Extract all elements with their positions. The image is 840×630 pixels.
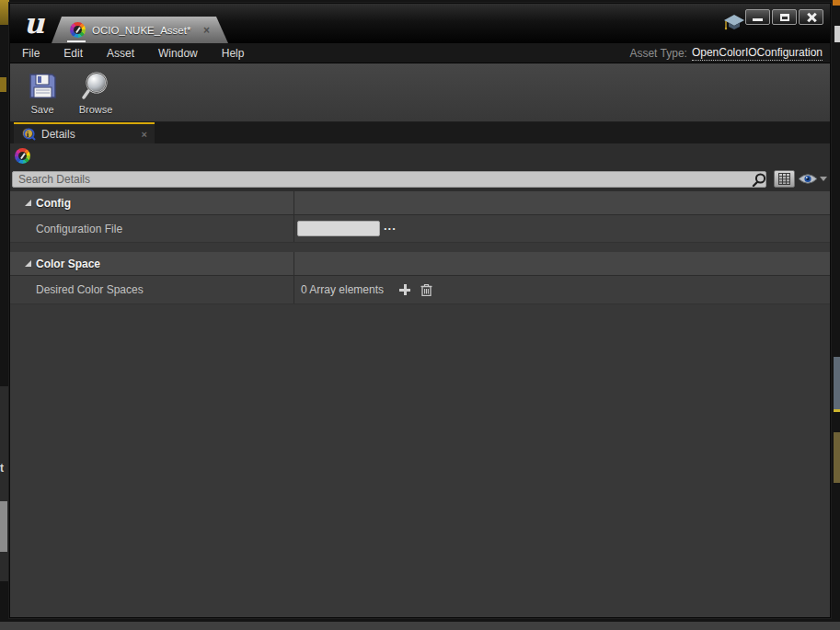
property-name: Configuration File: [10, 223, 122, 235]
details-tab-well: i Details ×: [10, 122, 830, 143]
configuration-file-field[interactable]: [297, 221, 380, 236]
save-label: Save: [30, 104, 53, 115]
close-icon[interactable]: ×: [142, 129, 147, 140]
browse-label: Browse: [79, 104, 113, 115]
tab-active-underline: [67, 40, 86, 42]
details-info-magnifier-icon: i: [21, 127, 36, 141]
background-window-fragment: [834, 409, 840, 412]
column-divider[interactable]: [293, 252, 294, 275]
browse-button[interactable]: Browse: [76, 71, 115, 115]
property-row-desired-color-spaces: Desired Color Spaces 0 Array elements: [10, 276, 830, 304]
window-controls: [745, 9, 823, 25]
property-name: Desired Color Spaces: [10, 283, 144, 296]
details-property-panel: Config Configuration File ... Color Spac…: [10, 191, 830, 615]
plus-icon[interactable]: [399, 284, 410, 295]
asset-editor-window: u OCIO_NUKE_Asset* × File Edit A: [9, 3, 831, 618]
ocio-color-wheel-icon: [70, 22, 86, 38]
menu-item-help[interactable]: Help: [210, 43, 257, 63]
asset-type-link[interactable]: OpenColorIOConfiguration: [692, 46, 823, 61]
column-divider[interactable]: [293, 191, 294, 214]
trash-icon[interactable]: [420, 283, 432, 296]
column-divider[interactable]: [293, 215, 294, 242]
minimize-button[interactable]: [745, 9, 770, 25]
background-window-fragment: [834, 26, 840, 42]
asset-type-label: Asset Type:: [629, 47, 686, 60]
file-browse-ellipsis-button[interactable]: ...: [384, 219, 397, 233]
asset-document-tab[interactable]: OCIO_NUKE_Asset* ×: [52, 17, 228, 43]
menu-item-asset[interactable]: Asset: [95, 43, 146, 63]
background-window-fragment: [834, 357, 840, 409]
minimize-icon: [753, 18, 763, 21]
expand-triangle-icon: [25, 260, 31, 267]
close-icon[interactable]: ×: [203, 25, 210, 36]
maximize-icon: [780, 14, 789, 21]
menu-bar: File Edit Asset Window Help Asset Type: …: [10, 43, 830, 63]
maximize-button[interactable]: [772, 9, 797, 25]
menu-item-edit[interactable]: Edit: [52, 43, 95, 63]
property-row-configuration-file: Configuration File ...: [10, 215, 830, 243]
browse-magnifier-icon: [80, 71, 111, 101]
background-window-fragment: [834, 432, 840, 483]
section-title: Config: [36, 197, 71, 210]
background-partial-text: t: [0, 462, 9, 475]
search-icon: [752, 173, 766, 187]
eye-visibility-button[interactable]: [798, 172, 818, 186]
section-header-color-space[interactable]: Color Space: [10, 252, 830, 276]
background-window-fragment: [0, 0, 9, 25]
details-search-row: [10, 167, 830, 191]
section-title: Color Space: [36, 258, 100, 270]
asset-icon-row: [10, 143, 830, 167]
background-window-fragment: [0, 77, 6, 92]
chevron-down-icon[interactable]: [820, 177, 827, 181]
section-header-config[interactable]: Config: [10, 191, 830, 215]
details-tab-label: Details: [41, 128, 75, 141]
asset-tab-label: OCIO_NUKE_Asset*: [92, 25, 190, 36]
tab-details[interactable]: i Details ×: [14, 122, 155, 143]
titlebar[interactable]: u OCIO_NUKE_Asset* ×: [10, 4, 830, 43]
tutorial-graduation-cap-icon[interactable]: [723, 14, 745, 32]
unreal-engine-logo-icon: u: [17, 6, 51, 40]
search-input[interactable]: [12, 171, 766, 188]
section-gap: [10, 243, 830, 252]
asset-type-indicator: Asset Type: OpenColorIOConfiguration: [629, 43, 823, 63]
save-button[interactable]: Save: [23, 71, 62, 115]
grid-view-button[interactable]: [774, 170, 795, 188]
menu-item-file[interactable]: File: [10, 43, 52, 63]
save-floppy-icon: [28, 71, 58, 101]
background-window-fragment: [0, 386, 9, 581]
ocio-color-wheel-icon: [15, 148, 30, 164]
column-divider[interactable]: [293, 276, 294, 304]
background-window-fragment: [0, 622, 840, 630]
background-window-fragment: [0, 501, 7, 552]
close-button[interactable]: [799, 9, 823, 25]
expand-triangle-icon: [25, 200, 31, 206]
menu-item-window[interactable]: Window: [146, 43, 210, 63]
array-elements-count: 0 Array elements: [301, 276, 384, 304]
toolbar: Save Browse: [10, 63, 830, 122]
grid-view-icon: [778, 173, 790, 185]
close-icon: [800, 10, 823, 24]
background-window-fragment: [833, 0, 840, 6]
